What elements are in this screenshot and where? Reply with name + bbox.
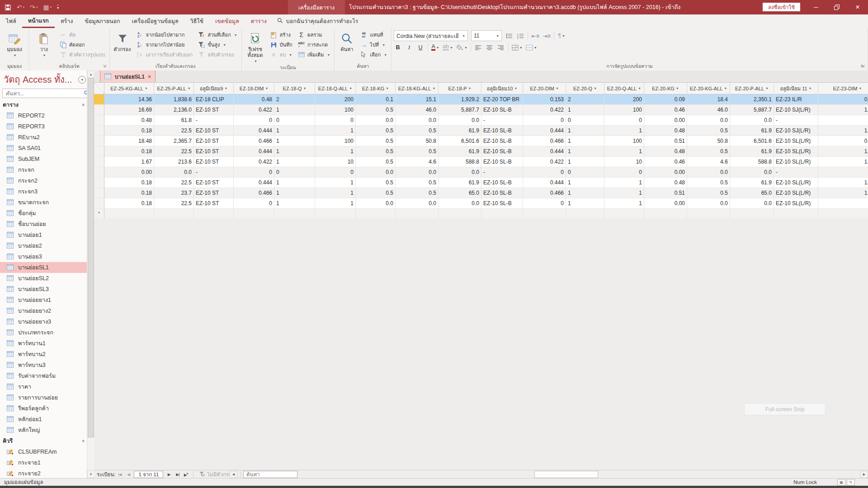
column-header[interactable]: อลูมิเนียม9▼ bbox=[194, 83, 234, 94]
column-filter-arrow-icon[interactable]: ▼ bbox=[188, 87, 191, 90]
table-cell[interactable]: 0.18 bbox=[104, 198, 154, 208]
column-filter-arrow-icon[interactable]: ▼ bbox=[594, 87, 597, 90]
table-cell[interactable]: 5,887.7 bbox=[730, 105, 774, 115]
hscroll-thumb[interactable] bbox=[534, 471, 598, 478]
table-cell[interactable]: - bbox=[774, 115, 818, 125]
table-cell[interactable]: 0.0 bbox=[356, 115, 396, 125]
undo-icon[interactable]: ↶▾ bbox=[17, 4, 24, 11]
table-cell[interactable]: 0.18 bbox=[104, 178, 154, 188]
table-cell[interactable]: 0.0 bbox=[154, 167, 194, 177]
cut-button[interactable]: ✂ ตัด bbox=[57, 30, 107, 40]
row-selector[interactable] bbox=[94, 126, 104, 136]
table-cell[interactable]: 0.5 bbox=[356, 178, 396, 188]
table-cell-empty[interactable] bbox=[154, 209, 194, 219]
table-cell[interactable]: 1.67 bbox=[104, 157, 154, 167]
nav-item-table[interactable]: บานย่อยSL3 bbox=[0, 284, 87, 295]
nav-item-query[interactable]: CLSUBFREAm bbox=[0, 446, 87, 457]
column-header[interactable]: EZ-20-DIM▼ bbox=[523, 83, 566, 94]
totals-button[interactable]: Σ ผลรวม bbox=[296, 30, 332, 40]
table-cell[interactable]: 200 bbox=[315, 94, 356, 104]
column-filter-arrow-icon[interactable]: ▼ bbox=[303, 87, 307, 90]
table-cell[interactable]: - bbox=[774, 167, 818, 177]
table-cell[interactable]: 61.9 bbox=[439, 146, 481, 156]
table-cell[interactable]: 0.5 bbox=[687, 178, 730, 188]
table-cell[interactable]: 588.8 bbox=[439, 157, 481, 167]
nav-item-table[interactable]: บานย่อยยาง2 bbox=[0, 305, 87, 316]
table-cell[interactable]: 5,887.7 bbox=[439, 105, 481, 115]
table-cell-empty[interactable] bbox=[194, 209, 234, 219]
table-cell[interactable]: EZ-10 ST bbox=[194, 136, 234, 146]
table-cell[interactable]: 1 bbox=[274, 178, 315, 188]
table-cell[interactable]: EZ-10 SL-B bbox=[481, 146, 523, 156]
table-cell[interactable]: 0 bbox=[523, 115, 566, 125]
column-header[interactable]: EZ-20-KG-ALL▼ bbox=[687, 83, 730, 94]
scroll-thumb[interactable] bbox=[88, 78, 94, 437]
table-cell[interactable]: 61.9 bbox=[439, 126, 481, 136]
goto-button[interactable]: → ไปที่ ▼ bbox=[358, 40, 389, 50]
scroll-right-icon[interactable]: ▶ bbox=[860, 471, 868, 478]
select-button[interactable]: เลือก ▼ bbox=[358, 50, 389, 60]
table-cell[interactable]: 2 bbox=[566, 94, 604, 104]
nav-item-table[interactable]: บานย่อยยาง1 bbox=[0, 295, 87, 305]
align-right-icon[interactable] bbox=[497, 43, 505, 52]
table-cell-empty[interactable] bbox=[315, 209, 356, 219]
text-direction-icon[interactable]: ¶▼ bbox=[557, 31, 566, 40]
table-cell[interactable]: 0.48 bbox=[234, 94, 274, 104]
table-cell[interactable]: EZ-23 IL/R bbox=[774, 94, 818, 104]
table-cell[interactable]: 22.5 bbox=[154, 198, 194, 208]
table-cell[interactable]: 1,929.2 bbox=[439, 94, 481, 104]
column-filter-arrow-icon[interactable]: ▼ bbox=[859, 87, 862, 90]
table-cell[interactable]: EZ-10 SJ(L/R) bbox=[774, 126, 818, 136]
table-cell[interactable]: EZ-10 SL-B bbox=[481, 136, 523, 146]
table-cell[interactable]: - bbox=[194, 167, 234, 177]
table-cell[interactable]: 23.7 bbox=[154, 188, 194, 198]
nav-item-table[interactable]: กระจก3 bbox=[0, 186, 87, 197]
table-cell[interactable]: 1 bbox=[566, 198, 604, 208]
table-cell[interactable]: 65.0 bbox=[439, 188, 481, 198]
table-cell[interactable]: 0 bbox=[566, 115, 604, 125]
table-cell[interactable]: 0.444 bbox=[523, 146, 566, 156]
row-selector[interactable] bbox=[94, 178, 104, 188]
highlight-color-button[interactable]: ab▼ bbox=[443, 43, 453, 52]
table-cell[interactable]: 61.8 bbox=[154, 115, 194, 125]
column-filter-arrow-icon[interactable]: ▼ bbox=[349, 87, 352, 90]
table-cell[interactable]: EZ-10 SL(L/R) bbox=[774, 146, 818, 156]
nav-item-table[interactable]: บานย่อย2 bbox=[0, 240, 87, 251]
row-selector[interactable] bbox=[94, 115, 104, 125]
table-cell[interactable]: 588.8 bbox=[730, 157, 774, 167]
collapse-group-icon[interactable]: « bbox=[81, 103, 86, 106]
table-cell-empty[interactable] bbox=[818, 209, 868, 219]
decrease-indent-icon[interactable]: ⇤≡ bbox=[531, 31, 539, 40]
record-position[interactable]: 1 จาก 11 bbox=[134, 471, 163, 478]
row-selector[interactable] bbox=[94, 94, 104, 104]
table-cell[interactable]: 1 bbox=[566, 146, 604, 156]
table-cell[interactable]: 0.0 bbox=[730, 115, 774, 125]
table-cell[interactable]: 61.9 bbox=[439, 178, 481, 188]
table-cell[interactable]: 4.6 bbox=[687, 157, 730, 167]
table-cell[interactable]: 0.46 bbox=[644, 157, 687, 167]
tab-file[interactable]: ไฟล์ bbox=[0, 14, 22, 28]
column-header[interactable]: EZ-18-KG▼ bbox=[356, 83, 396, 94]
nav-item-table[interactable]: บานย่อยยาง3 bbox=[0, 316, 87, 327]
numbering-icon[interactable]: 123 bbox=[516, 31, 524, 40]
table-cell[interactable]: EZ-10 SJ(L/R) bbox=[774, 105, 818, 115]
table-cell[interactable]: EZ-10 SL(L/R) bbox=[774, 178, 818, 188]
column-filter-arrow-icon[interactable]: ▼ bbox=[224, 87, 227, 90]
table-cell[interactable]: 6,501.6 bbox=[439, 136, 481, 146]
table-cell[interactable]: 0.0 bbox=[396, 167, 439, 177]
more-button[interactable]: เพิ่มเติม ▼ bbox=[296, 50, 332, 60]
table-cell[interactable]: 0.5 bbox=[356, 146, 396, 156]
tab-external-data[interactable]: ข้อมูลภายนอก bbox=[79, 14, 126, 28]
table-cell[interactable]: EZ-18 CLIP bbox=[194, 94, 234, 104]
tab-table[interactable]: ตาราง bbox=[245, 14, 273, 28]
table-cell[interactable]: 0 bbox=[566, 167, 604, 177]
table-cell[interactable]: EZ-10 SL-B bbox=[481, 198, 523, 208]
table-cell[interactable]: 0.44 bbox=[818, 136, 868, 146]
nav-item-table[interactable]: พาร์ทบาน3 bbox=[0, 360, 87, 371]
table-cell[interactable]: 0.5 bbox=[356, 126, 396, 136]
table-cell[interactable]: 1.64 bbox=[818, 126, 868, 136]
column-header[interactable]: EZ-23-DIM▼ bbox=[818, 83, 868, 94]
table-cell[interactable]: 0.466 bbox=[234, 188, 274, 198]
table-cell[interactable]: 0.0 bbox=[356, 198, 396, 208]
table-cell[interactable]: 0.5 bbox=[687, 146, 730, 156]
